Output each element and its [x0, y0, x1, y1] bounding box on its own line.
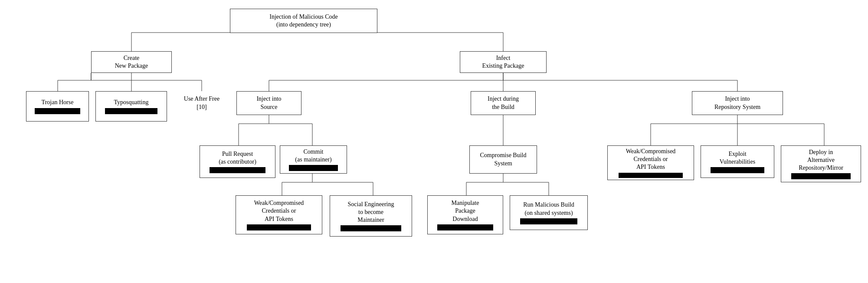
node-run-malicious: Run Malicious Build(on shared systems) — [510, 195, 588, 230]
node-pull-request: Pull Request(as contributor) — [200, 145, 275, 178]
redacted-bar — [35, 108, 80, 114]
node-manipulate-download: ManipulatePackageDownload — [427, 195, 503, 234]
redacted-bar — [247, 224, 311, 230]
redacted-bar — [520, 218, 578, 224]
redacted-bar — [289, 165, 338, 171]
node-inject-build: Inject duringthe Build — [471, 91, 536, 115]
node-deploy-alt: Deploy inAlternativeRepository/Mirror — [781, 145, 861, 182]
node-inject-source: Inject intoSource — [236, 91, 301, 115]
node-weak-creds-commit: Weak/CompromisedCredentials orAPI Tokens — [236, 195, 322, 234]
node-inject-repo: Inject intoRepository System — [692, 91, 783, 115]
redacted-bar — [210, 167, 265, 173]
node-use-after-free: Use After Free[10] — [174, 91, 230, 115]
redacted-bar — [437, 224, 493, 230]
diagram: Injection of Malicious Code(into depende… — [0, 0, 868, 283]
node-typosquatting: Typosquatting — [95, 91, 167, 122]
connector-lines — [0, 0, 868, 283]
node-social-engineering: Social Engineeringto becomeMaintainer — [330, 195, 412, 237]
node-infect-existing: InfectExisting Package — [460, 51, 547, 73]
node-compromise-build: Compromise BuildSystem — [469, 145, 537, 174]
redacted-bar — [619, 173, 683, 178]
redacted-bar — [711, 167, 765, 173]
redacted-bar — [791, 173, 851, 179]
node-commit-maintainer: Commit(as maintainer) — [280, 145, 347, 174]
redacted-bar — [341, 225, 402, 231]
node-weak-creds-repo: Weak/CompromisedCredentials orAPI Tokens — [607, 145, 694, 180]
node-exploit-vuln: ExploitVulnerabilities — [701, 145, 774, 178]
node-create-new: CreateNew Package — [91, 51, 172, 73]
node-trojan-horse: Trojan Horse — [26, 91, 89, 122]
node-root: Injection of Malicious Code(into depende… — [230, 9, 377, 33]
redacted-bar — [105, 108, 157, 114]
